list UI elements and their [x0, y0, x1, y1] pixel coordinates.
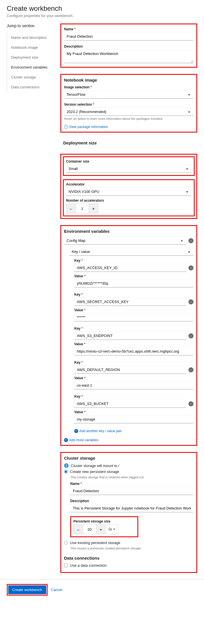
env-value-input-4[interactable]	[74, 415, 194, 423]
mount-info: Cluster storage will mount to /	[71, 464, 119, 468]
section-notebook-image: Notebook image Image selection TensorFlo…	[60, 74, 197, 133]
use-data-conn-checkbox[interactable]	[64, 564, 68, 567]
use-data-conn-label: Use a data connection	[70, 563, 107, 568]
sidebar-item-data-connections[interactable]: Data connections	[7, 82, 54, 92]
question-icon: ?	[64, 125, 68, 129]
size-input[interactable]	[83, 525, 96, 534]
env-value-input-0[interactable]	[74, 279, 194, 287]
create-new-label: Create new persistent storage	[70, 470, 119, 474]
section-env-vars: Environment variables Config Map – Key /…	[60, 225, 197, 446]
sidebar-item-env-vars[interactable]: Environment variables	[7, 62, 54, 72]
page-title: Create workbench	[7, 5, 197, 12]
create-new-helper: This creates storage that is retained wh…	[70, 475, 194, 479]
section-deployment-size: Deployment size	[60, 139, 197, 150]
cs-desc-label: Description	[70, 499, 194, 503]
container-size-select[interactable]: Small	[66, 165, 192, 173]
num-accel-plus[interactable]: +	[89, 204, 98, 213]
page-subtitle: Configure properties for your workbench.	[7, 14, 197, 18]
accelerator-label: Accelerator	[66, 182, 192, 186]
plus-icon	[74, 429, 78, 433]
env-value-label: Value	[74, 342, 194, 346]
footer: Create workbench Cancel	[0, 579, 204, 604]
use-existing-radio[interactable]	[64, 541, 68, 545]
create-workbench-button[interactable]: Create workbench	[8, 585, 46, 594]
env-key-label: Key	[74, 394, 194, 398]
env-value-label: Value	[74, 308, 194, 312]
env-key-input-2[interactable]	[74, 332, 186, 340]
data-conn-heading: Data connections	[64, 556, 194, 560]
env-key-input-0[interactable]	[74, 264, 186, 272]
sidebar-title: Jump to section	[7, 24, 54, 28]
add-keyvalue-link[interactable]: Add another key / value pair	[74, 429, 122, 433]
sidebar-item-cluster-storage[interactable]: Cluster storage	[7, 72, 54, 82]
image-selection-label: Image selection	[64, 85, 194, 89]
description-label: Description	[64, 44, 194, 48]
env-value-input-2[interactable]	[74, 347, 194, 355]
remove-pair-icon[interactable]: –	[188, 265, 194, 270]
size-minus[interactable]: –	[74, 525, 83, 534]
cluster-storage-heading: Cluster storage	[64, 456, 194, 460]
create-new-radio[interactable]	[64, 470, 68, 474]
container-size-box: Container size Small	[63, 156, 195, 176]
image-selection-select[interactable]: TensorFlow	[64, 90, 194, 99]
env-key-label: Key	[74, 293, 194, 297]
env-value-input-3[interactable]	[74, 381, 194, 389]
remove-pair-icon[interactable]: –	[188, 299, 194, 304]
use-existing-helper: This reuses a previously created persist…	[70, 547, 194, 550]
accelerator-select[interactable]: NVIDIA V100 GPU	[66, 187, 192, 196]
env-value-label: Value	[74, 274, 194, 278]
accelerator-box: Accelerator NVIDIA V100 GPU Number of ac…	[63, 179, 195, 216]
env-vars-heading: Environment variables	[64, 229, 194, 234]
env-value-input-1[interactable]	[74, 313, 194, 321]
deployment-size-heading: Deployment size	[63, 140, 194, 145]
description-textarea[interactable]: My Fraud Detection Workbench	[64, 50, 194, 63]
sidebar-item-name-desc[interactable]: Name and description	[7, 33, 54, 42]
use-existing-label: Use existing persistent storage	[70, 541, 120, 545]
env-key-label: Key	[74, 259, 194, 263]
persistent-size-stepper: – + Gi	[73, 524, 118, 534]
name-label: Name	[64, 27, 194, 31]
persistent-size-label: Persistent storage size	[73, 519, 135, 523]
env-type-select[interactable]: Config Map	[64, 236, 186, 245]
remove-pair-icon[interactable]: –	[188, 333, 194, 338]
container-size-label: Container size	[66, 159, 192, 163]
add-more-vars-link[interactable]: Add more variables	[64, 438, 98, 442]
env-subtype-select[interactable]: Key / value	[69, 248, 194, 256]
info-icon: i	[64, 463, 69, 468]
version-helper: Hover an option to learn more informatio…	[64, 117, 194, 120]
name-input[interactable]	[64, 32, 194, 40]
num-accel-minus[interactable]: –	[66, 204, 75, 213]
env-value-label: Value	[74, 376, 194, 380]
env-key-label: Key	[74, 327, 194, 330]
view-package-link[interactable]: ? View package information	[64, 125, 108, 129]
persistent-size-box: Persistent storage size – + Gi	[70, 516, 138, 537]
remove-pair-icon[interactable]: –	[188, 367, 194, 372]
notebook-image-heading: Notebook image	[64, 78, 194, 82]
version-selection-select[interactable]: 2023.2 (Recommended)	[64, 108, 194, 116]
num-accel-stepper: – +	[66, 204, 98, 213]
cs-name-input[interactable]	[70, 487, 194, 495]
cs-desc-input[interactable]	[70, 504, 194, 512]
num-accel-label: Number of accelerators	[66, 199, 192, 202]
env-key-input-4[interactable]	[74, 400, 186, 408]
box-deployment-size: Container size Small Accelerator NVIDIA …	[60, 154, 197, 219]
remove-pair-icon[interactable]: –	[188, 401, 194, 406]
env-key-input-1[interactable]	[74, 298, 186, 306]
size-unit-select[interactable]: Gi	[105, 525, 118, 534]
num-accel-input[interactable]	[75, 204, 89, 213]
sidebar-item-deployment-size[interactable]: Deployment size	[7, 52, 54, 62]
env-key-label: Key	[74, 361, 194, 364]
sidebar-item-notebook-image[interactable]: Notebook image	[7, 42, 54, 52]
jump-to-sidebar: Jump to section Name and description Not…	[7, 24, 54, 579]
cs-name-label: Name	[70, 482, 194, 486]
version-selection-label: Version selection	[64, 103, 194, 106]
cancel-button[interactable]: Cancel	[51, 588, 62, 592]
env-key-input-3[interactable]	[74, 366, 186, 374]
env-value-label: Value	[74, 410, 194, 414]
section-name-desc: Name Description My Fraud Detection Work…	[60, 24, 197, 68]
plus-icon	[64, 438, 68, 442]
remove-envtype-icon[interactable]: –	[188, 238, 194, 243]
section-cluster-storage: Cluster storage i Cluster storage will m…	[60, 452, 197, 573]
size-plus[interactable]: +	[96, 525, 105, 534]
